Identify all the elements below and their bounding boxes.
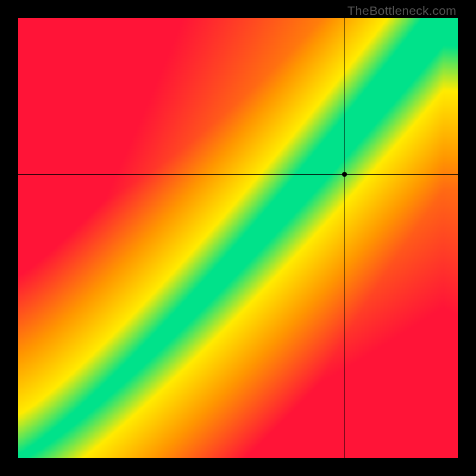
watermark-text: TheBottleneck.com bbox=[347, 4, 456, 18]
bottleneck-heatmap bbox=[18, 18, 458, 458]
data-point-marker bbox=[342, 172, 347, 177]
crosshair-vertical bbox=[345, 18, 345, 458]
plot-frame bbox=[18, 18, 458, 458]
crosshair-horizontal bbox=[18, 174, 458, 175]
